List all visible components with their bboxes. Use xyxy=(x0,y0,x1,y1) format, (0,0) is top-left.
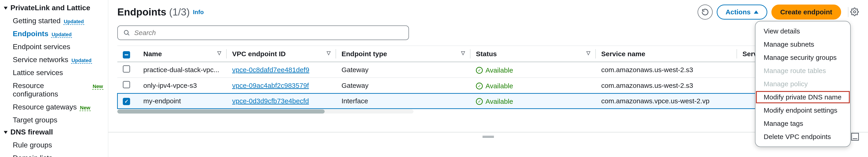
sidebar: ▼PrivateLink and LatticeGetting startedU… xyxy=(0,0,108,157)
sidebar-item-label: Target groups xyxy=(13,116,57,124)
sidebar-item[interactable]: Service networksUpdated xyxy=(0,53,108,66)
cell-name: practice-dual-stack-vpc... xyxy=(138,62,227,78)
main: Endpoints (1/3) Info Actions Create endp… xyxy=(108,0,868,157)
col-status[interactable]: Status▽ xyxy=(470,46,596,62)
sidebar-item[interactable]: Lattice services xyxy=(0,66,108,79)
page-title: Endpoints (1/3) xyxy=(117,6,190,18)
select-all-checkbox[interactable] xyxy=(123,51,130,58)
sidebar-item-label: Resource configurations xyxy=(13,81,90,98)
table-header-row: Name▽ VPC endpoint ID▽ Endpoint type▽ St… xyxy=(117,46,846,62)
gear-icon xyxy=(850,7,859,16)
actions-button[interactable]: Actions xyxy=(717,5,767,19)
cell-name: only-ipv4-vpce-s3 xyxy=(138,78,227,93)
separator xyxy=(848,7,848,17)
status-badge: ✓Available xyxy=(476,67,513,74)
svg-point-0 xyxy=(854,11,856,13)
scrollbar-thumb[interactable] xyxy=(117,110,324,114)
refresh-button[interactable] xyxy=(698,5,713,19)
sidebar-item[interactable]: EndpointsUpdated xyxy=(0,27,108,40)
horizontal-scrollbar[interactable] xyxy=(117,110,413,114)
sidebar-item-label: Endpoint services xyxy=(13,43,70,51)
cell-type: Interface xyxy=(336,93,470,109)
sidebar-item-label: Service networks xyxy=(13,55,68,64)
create-endpoint-button[interactable]: Create endpoint xyxy=(771,5,841,19)
caret-down-icon: ▼ xyxy=(2,129,9,135)
actions-menu-item[interactable]: Manage tags xyxy=(755,117,850,130)
refresh-icon xyxy=(701,8,709,16)
updated-badge: Updated xyxy=(71,58,92,64)
new-badge: New xyxy=(80,105,91,111)
info-link[interactable]: Info xyxy=(193,9,204,16)
page-header: Endpoints (1/3) Info Actions Create endp… xyxy=(117,5,859,19)
sidebar-item[interactable]: Target groups xyxy=(0,114,108,126)
actions-menu-item[interactable]: Manage security groups xyxy=(755,51,850,64)
check-circle-icon: ✓ xyxy=(476,98,483,105)
table-row[interactable]: my-endpointvpce-0d3d9cfb73e4becfdInterfa… xyxy=(117,93,846,109)
actions-menu-item: Manage route tables xyxy=(755,64,850,77)
row-checkbox[interactable] xyxy=(123,98,130,105)
vpce-link[interactable]: vpce-0d3d9cfb73e4becfd xyxy=(232,97,309,105)
svg-line-2 xyxy=(128,34,129,35)
sidebar-item[interactable]: Resource configurationsNew xyxy=(0,79,108,101)
check-circle-icon: ✓ xyxy=(476,67,483,74)
sidebar-item-label: Rule groups xyxy=(13,141,52,149)
sidebar-item-label: Lattice services xyxy=(13,69,63,77)
status-badge: ✓Available xyxy=(476,82,513,90)
sort-icon: ▽ xyxy=(217,50,221,56)
sort-icon: ▽ xyxy=(327,50,331,56)
actions-menu-item[interactable]: Modify private DNS name xyxy=(755,90,850,104)
row-checkbox[interactable] xyxy=(123,65,130,73)
vpce-link[interactable]: vpce-09ac4abf2c983579f xyxy=(232,82,309,89)
sidebar-group-header[interactable]: ▼PrivateLink and Lattice xyxy=(0,2,108,14)
drag-handle-icon xyxy=(483,136,494,138)
sidebar-item[interactable]: Endpoint services xyxy=(0,40,108,53)
page-title-count: (1/3) xyxy=(169,6,190,17)
sidebar-item-label: Getting started xyxy=(13,16,61,25)
settings-button[interactable] xyxy=(850,7,859,17)
status-text: Available xyxy=(486,82,513,90)
endpoints-table: Name▽ VPC endpoint ID▽ Endpoint type▽ St… xyxy=(117,45,859,114)
col-vpce[interactable]: VPC endpoint ID▽ xyxy=(227,46,336,62)
cell-service: com.amazonaws.us-west-2.s3 xyxy=(596,62,737,78)
cell-name: my-endpoint xyxy=(138,93,227,109)
actions-menu: View detailsManage subnetsManage securit… xyxy=(755,21,851,147)
actions-menu-item[interactable]: Manage subnets xyxy=(755,38,850,51)
actions-menu-item[interactable]: View details xyxy=(755,25,850,38)
panel-resize-bar[interactable] xyxy=(108,132,868,141)
sidebar-item[interactable]: Getting startedUpdated xyxy=(0,14,108,27)
status-text: Available xyxy=(486,97,513,105)
sort-icon: ▽ xyxy=(461,50,465,56)
sidebar-group-label: DNS firewall xyxy=(10,128,53,136)
svg-point-1 xyxy=(124,30,128,34)
sidebar-item-label: Domain lists xyxy=(13,154,53,157)
cell-service: com.amazonaws.us-west-2.s3 xyxy=(596,78,737,93)
actions-menu-item[interactable]: Modify endpoint settings xyxy=(755,104,850,117)
sidebar-item[interactable]: Resource gatewaysNew xyxy=(0,101,108,114)
sort-icon: ▽ xyxy=(586,50,590,56)
search-icon xyxy=(123,29,130,36)
layout-bottom-icon[interactable] xyxy=(851,133,859,141)
cell-type: Gateway xyxy=(336,62,470,78)
table-row[interactable]: only-ipv4-vpce-s3vpce-09ac4abf2c983579fG… xyxy=(117,78,846,93)
cell-service: com.amazonaws.vpce.us-west-2.vp xyxy=(596,93,737,109)
vpce-link[interactable]: vpce-0c8dafd7ee481def9 xyxy=(232,66,309,74)
create-endpoint-label: Create endpoint xyxy=(780,8,832,16)
actions-menu-item[interactable]: Delete VPC endpoints xyxy=(755,130,850,143)
table-row[interactable]: practice-dual-stack-vpc...vpce-0c8dafd7e… xyxy=(117,62,846,78)
search-box[interactable] xyxy=(117,26,409,40)
sidebar-group-label: PrivateLink and Lattice xyxy=(10,4,90,12)
status-badge: ✓Available xyxy=(476,97,513,105)
new-badge: New xyxy=(92,84,103,90)
row-checkbox[interactable] xyxy=(123,81,130,88)
sidebar-item-label: Endpoints xyxy=(13,30,48,38)
col-name[interactable]: Name▽ xyxy=(138,46,227,62)
sidebar-item[interactable]: Domain lists xyxy=(0,152,108,157)
search-input[interactable] xyxy=(134,29,403,37)
actions-menu-item: Manage policy xyxy=(755,77,850,90)
col-type[interactable]: Endpoint type▽ xyxy=(336,46,470,62)
col-service[interactable]: Service name xyxy=(596,46,737,62)
actions-button-label: Actions xyxy=(725,8,751,16)
sidebar-item[interactable]: Rule groups xyxy=(0,139,108,152)
updated-badge: Updated xyxy=(63,19,84,25)
sidebar-group-header[interactable]: ▼DNS firewall xyxy=(0,126,108,139)
